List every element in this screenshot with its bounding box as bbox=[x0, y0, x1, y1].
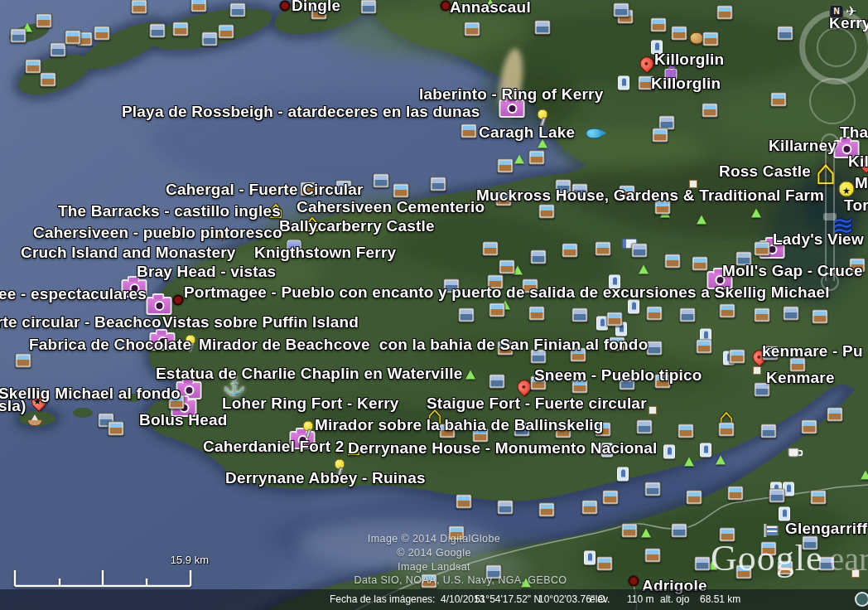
placemark-label[interactable]: Mirador sobre la bahia de Ballinskelig bbox=[315, 416, 604, 434]
placemark-labels-layer: DingleAnnascaulKerryKillorglinKillorglin… bbox=[0, 0, 868, 610]
placemark-label[interactable]: Kil bbox=[848, 152, 868, 171]
placemark-label[interactable]: The Barracks - castillo ingles bbox=[58, 202, 281, 220]
placemark-label[interactable]: Vistas sobre Puffin Island bbox=[162, 313, 359, 332]
placemark-label[interactable]: Moll's Gap - Cruce bbox=[722, 262, 863, 280]
placemark-label[interactable]: Lady's View bbox=[773, 230, 864, 249]
imagery-date-label: Fecha de las imágenes: bbox=[330, 593, 435, 605]
placemark-label[interactable]: Ross Castle bbox=[719, 162, 811, 181]
move-joystick[interactable] bbox=[809, 78, 856, 124]
placemark-label[interactable]: Knigthstown Ferry bbox=[254, 244, 396, 262]
placemark-label[interactable]: Mu bbox=[855, 174, 868, 192]
eye-altitude-label: alt. ojo bbox=[660, 593, 689, 605]
placemark-label[interactable]: Kenmare bbox=[766, 369, 835, 387]
attribution-line: Image Landsat bbox=[398, 561, 470, 573]
placemark-label[interactable]: Caragh Lake bbox=[479, 123, 575, 142]
placemark-label[interactable]: Skellig Michael al fondo bbox=[0, 385, 181, 403]
placemark-label[interactable]: Portmagee - Pueblo con encanto y puerto … bbox=[184, 283, 830, 302]
placemark-label[interactable]: Ballycarberry Castle bbox=[279, 217, 435, 235]
placemark-label[interactable]: Muckross House, Gardens & Traditional Fa… bbox=[476, 186, 824, 205]
streetview-pegman-icon[interactable] bbox=[855, 592, 868, 607]
north-indicator[interactable]: N bbox=[830, 5, 844, 18]
placemark-label[interactable]: Estatua de Charlie Chaplin en Waterville bbox=[156, 365, 463, 383]
placemark-label[interactable]: Caherdaniel Fort 2 bbox=[203, 438, 344, 456]
placemark-label[interactable]: Cahersiveen Cementerio bbox=[297, 198, 485, 216]
placemark-label[interactable]: Dingle bbox=[292, 0, 340, 15]
placemark-label[interactable]: Annascaul bbox=[450, 0, 531, 17]
placemark-label[interactable]: Fabrica de Chocolate bbox=[29, 336, 191, 354]
placemark-label[interactable]: Tor bbox=[844, 196, 868, 215]
placemark-label[interactable]: Cruch Island and Monastery bbox=[21, 244, 236, 262]
elevation-value: 110 m bbox=[627, 593, 653, 605]
placemark-label[interactable]: sla) bbox=[0, 397, 27, 415]
google-earth-viewport[interactable]: ★⌂⌂⌂⌂⌂⌂⚓≋☀✈★ DingleAnnascaulKerryKillorg… bbox=[0, 0, 868, 610]
attribution-line: © 2014 Google bbox=[397, 547, 470, 559]
placemark-label[interactable]: ee - espectaculares bbox=[0, 285, 147, 303]
elevation-label: elev. bbox=[590, 593, 610, 605]
placemark-label[interactable]: Mirador de Beachcove con la bahia de San… bbox=[199, 336, 648, 354]
logo-google-text: Google bbox=[711, 538, 823, 579]
latitude-value: 51°54'17.52" N bbox=[475, 593, 541, 605]
compass-control[interactable]: N bbox=[799, 10, 868, 85]
placemark-label[interactable]: Cahersiveen - pueblo pintoresco bbox=[33, 224, 282, 242]
attribution-line: Image © 2014 DigitalGlobe bbox=[368, 533, 500, 545]
placemark-label[interactable]: Loher Ring Fort - Kerry bbox=[222, 395, 399, 413]
placemark-label[interactable]: Killorglin bbox=[651, 75, 721, 93]
placemark-label[interactable]: Glengarriff bbox=[785, 520, 867, 538]
placemark-label[interactable]: Derrynane House - Monumento Nacional bbox=[348, 439, 658, 458]
zoom-slider-track[interactable] bbox=[825, 143, 835, 281]
zoom-out-button[interactable] bbox=[821, 273, 839, 291]
placemark-label[interactable]: Playa de Rossbeigh - atardeceres en las … bbox=[122, 103, 480, 121]
placemark-label[interactable]: Cahergal - Fuerte Circular bbox=[166, 181, 364, 199]
zoom-slider[interactable] bbox=[821, 133, 839, 291]
placemark-label[interactable]: Derrynane Abbey - Ruinas bbox=[225, 469, 426, 487]
placemark-label[interactable]: Tha bbox=[840, 123, 868, 142]
placemark-label[interactable]: Staigue Fort - Fuerte circular bbox=[427, 395, 647, 413]
status-bar: Fecha de las imágenes: 4/10/2013 51°54'1… bbox=[0, 589, 868, 610]
logo-earth-text: earth bbox=[830, 540, 868, 578]
attribution-line: Data SIO, NOAA, U.S. Navy, NGA, GEBCO bbox=[354, 574, 567, 586]
placemark-label[interactable]: Bray Head - vistas bbox=[137, 263, 276, 281]
google-earth-logo: Googleearth bbox=[711, 537, 868, 579]
placemark-label[interactable]: rte circular - Beachco bbox=[0, 313, 162, 332]
placemark-label[interactable]: Sneem - Pueblo tipico bbox=[534, 366, 702, 385]
placemark-label[interactable]: Killorglin bbox=[654, 51, 724, 69]
eye-altitude-value: 68.51 km bbox=[700, 593, 740, 605]
zoom-slider-handle[interactable] bbox=[823, 213, 837, 220]
scale-bar bbox=[8, 564, 207, 588]
placemark-label[interactable]: laberinto - Ring of Kerry bbox=[419, 85, 603, 104]
placemark-label[interactable]: Bolus Head bbox=[139, 411, 228, 429]
placemark-label[interactable]: kenmare - Pu bbox=[762, 342, 863, 361]
